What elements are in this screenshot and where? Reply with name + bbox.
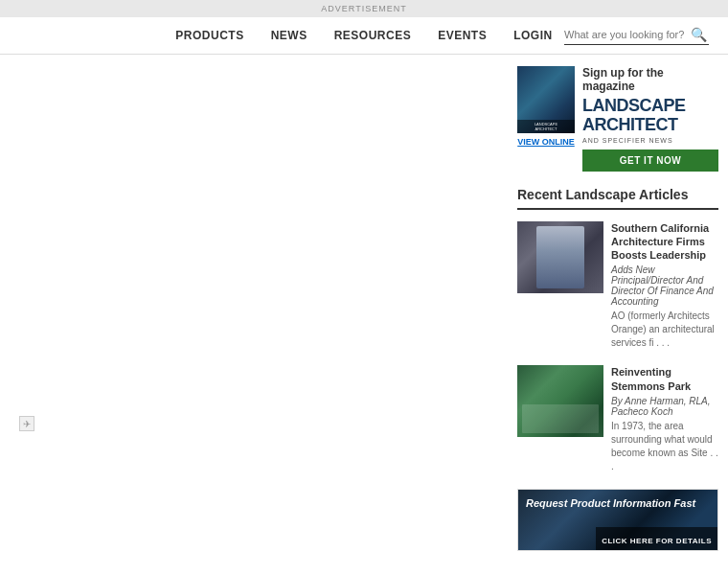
ad-banner-overlay: CLICK HERE FOR DETAILS bbox=[596, 527, 717, 550]
nav-news[interactable]: News bbox=[271, 29, 307, 42]
ad-banner[interactable]: Request Product Information Fast CLICK H… bbox=[517, 489, 718, 551]
ad-banner-cta: CLICK HERE FOR DETAILS bbox=[602, 537, 712, 545]
advertisement-label: Advertisement bbox=[321, 4, 406, 13]
magazine-signup: LANDSCAPEARCHITECT VIEW ONLINE Sign up f… bbox=[517, 66, 718, 172]
park-scene bbox=[522, 404, 599, 433]
signup-text: Sign up for the magazine bbox=[582, 66, 718, 93]
article-byline-1: Adds New Principal/Director And Director… bbox=[611, 264, 718, 307]
get-it-now-button[interactable]: GET IT NOW bbox=[582, 150, 718, 172]
article-title-2[interactable]: Reinventing Stemmons Park bbox=[611, 365, 718, 393]
magazine-info: Sign up for the magazine LANDSCAPE ARCHI… bbox=[582, 66, 718, 172]
broken-image: ✈ bbox=[19, 416, 34, 431]
nav-products[interactable]: Products bbox=[175, 29, 243, 42]
nav-links: Products News Resources Events Login bbox=[175, 29, 552, 42]
article-item-2: Reinventing Stemmons Park By Anne Harman… bbox=[517, 365, 718, 473]
search-input[interactable] bbox=[564, 29, 689, 40]
article-title-1[interactable]: Southern California Architecture Firms B… bbox=[611, 221, 718, 263]
main-content: ✈ LANDSCAPEARCHITECT VIEW ONLINE Sign up… bbox=[0, 55, 728, 563]
article-thumbnail-2 bbox=[517, 365, 603, 437]
left-content: ✈ bbox=[0, 55, 508, 563]
magazine-subtitle: AND SPECIFIER NEWS bbox=[582, 137, 718, 144]
navigation: Products News Resources Events Login 🔍 bbox=[0, 17, 728, 55]
article-item-1: Southern California Architecture Firms B… bbox=[517, 221, 718, 351]
person-silhouette bbox=[536, 226, 584, 288]
article-byline-2: By Anne Harman, RLA, Pacheco Koch bbox=[611, 396, 718, 417]
ad-banner-title: Request Product Information Fast bbox=[526, 497, 710, 509]
magazine-thumbnail: LANDSCAPEARCHITECT bbox=[517, 66, 575, 133]
article-excerpt-2: In 1973, the area surrounding what would… bbox=[611, 420, 718, 473]
recent-articles-title: Recent Landscape Articles bbox=[517, 187, 718, 210]
search-button[interactable]: 🔍 bbox=[689, 27, 709, 42]
right-sidebar: LANDSCAPEARCHITECT VIEW ONLINE Sign up f… bbox=[508, 55, 728, 563]
article-content-1: Southern California Architecture Firms B… bbox=[611, 221, 718, 351]
article-thumbnail-1 bbox=[517, 221, 603, 293]
view-online-link[interactable]: VIEW ONLINE bbox=[517, 137, 575, 147]
article-content-2: Reinventing Stemmons Park By Anne Harman… bbox=[611, 365, 718, 473]
article-excerpt-1: AO (formerly Architects Orange) an archi… bbox=[611, 310, 718, 350]
nav-login[interactable]: Login bbox=[513, 29, 553, 42]
search-area: 🔍 bbox=[564, 27, 709, 45]
nav-resources[interactable]: Resources bbox=[334, 29, 412, 42]
advertisement-bar: Advertisement bbox=[0, 0, 728, 17]
nav-events[interactable]: Events bbox=[438, 29, 487, 42]
magazine-thumbnail-label: LANDSCAPEARCHITECT bbox=[517, 120, 575, 133]
magazine-title: LANDSCAPE ARCHITECT bbox=[582, 97, 718, 135]
magazine-thumbnail-wrapper: LANDSCAPEARCHITECT VIEW ONLINE bbox=[517, 66, 575, 147]
